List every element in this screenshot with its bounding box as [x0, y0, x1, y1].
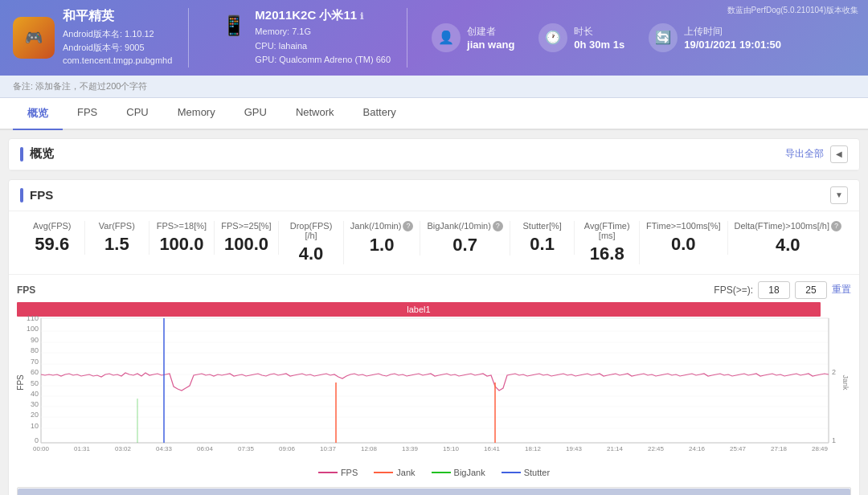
stat-avg-ftime: Avg(FTime)[ms] 16.8 [575, 221, 640, 264]
stat-fps25-label: FPS>=25[%] [221, 221, 272, 231]
upload-value: 19/01/2021 19:01:50 [684, 39, 781, 51]
svg-text:Jank: Jank [841, 374, 850, 391]
stat-avg-fps-label: Avg(FPS) [27, 221, 78, 231]
scrollbar-thumb[interactable] [18, 489, 850, 495]
svg-text:24:16: 24:16 [689, 445, 706, 452]
clock-icon: 🕐 [538, 23, 567, 52]
bigjank-help-icon[interactable]: ? [493, 221, 503, 231]
phone-icon: 📱 [221, 10, 247, 42]
tab-overview[interactable]: 概览 [13, 98, 63, 130]
export-all-button[interactable]: 导出全部 [785, 147, 824, 161]
stat-var-fps-label: Var(FPS) [92, 221, 143, 231]
svg-text:60: 60 [31, 368, 39, 376]
app-icon: 🎮 [13, 17, 55, 59]
chart-controls: FPS FPS(>=): 重置 [17, 281, 851, 299]
tab-fps[interactable]: FPS [63, 98, 112, 130]
svg-text:FPS: FPS [17, 374, 25, 391]
upload-info: 上传时间 19/01/2021 19:01:50 [684, 25, 781, 51]
stat-drop-fps: Drop(FPS)[/h] 4.0 [279, 221, 344, 264]
tab-memory[interactable]: Memory [163, 98, 230, 130]
svg-text:50: 50 [31, 379, 39, 387]
stat-jank-value: 1.0 [350, 235, 414, 256]
svg-text:18:12: 18:12 [525, 445, 542, 452]
svg-text:110: 110 [27, 314, 39, 322]
creator-info: 创建者 jian wang [467, 25, 514, 51]
info-icon: ℹ [360, 11, 363, 21]
svg-text:90: 90 [31, 336, 39, 344]
creator-section: 👤 创建者 jian wang [432, 23, 514, 52]
stat-var-fps-value: 1.5 [92, 234, 143, 255]
creator-label: 创建者 [467, 25, 514, 39]
fps-threshold-reset-button[interactable]: 重置 [832, 283, 851, 297]
fps-section: FPS ▼ Avg(FPS) 59.6 Var(FPS) 1.5 FPS>=18… [8, 179, 860, 495]
svg-text:70: 70 [31, 358, 39, 366]
svg-text:12:08: 12:08 [361, 445, 378, 452]
fps-collapse-button[interactable]: ▼ [830, 186, 848, 204]
device-name: M2011K2C 小米11 ℹ [255, 8, 391, 23]
legend-stutter-label: Stutter [524, 468, 550, 477]
legend-stutter-line [502, 472, 521, 473]
fps-section-header: FPS ▼ [9, 180, 859, 211]
fps-threshold-controls: FPS(>=): 重置 [714, 281, 851, 299]
stat-delta-ftime: Delta(FTime)>100ms[/h] ? 4.0 [728, 221, 849, 256]
header-meta: 👤 创建者 jian wang 🕐 时长 0h 30m 1s 🔄 上传时间 19… [424, 23, 855, 52]
svg-text:28:49: 28:49 [812, 445, 829, 452]
fps-chart-label: FPS [17, 284, 35, 296]
nav-tabs: 概览 FPS CPU Memory GPU Network Battery [0, 98, 868, 130]
fps-threshold-input-1[interactable] [758, 281, 790, 299]
stat-bigjank-value: 0.7 [427, 235, 502, 256]
svg-text:19:43: 19:43 [566, 445, 583, 452]
fps-title-text: FPS [30, 188, 53, 202]
svg-text:100: 100 [27, 325, 39, 333]
tab-battery[interactable]: Battery [349, 98, 411, 130]
tab-network[interactable]: Network [281, 98, 349, 130]
collapse-button[interactable]: ◀ [830, 145, 848, 163]
remark-bar: 备注: 添加备注，不超过200个字符 [0, 76, 868, 98]
stat-avg-ftime-label: Avg(FTime)[ms] [581, 221, 633, 240]
chart-scrollbar[interactable] [17, 487, 851, 495]
svg-text:21:14: 21:14 [607, 445, 624, 452]
svg-text:10: 10 [31, 422, 39, 430]
svg-text:40: 40 [31, 390, 39, 398]
stat-drop-fps-value: 4.0 [285, 243, 337, 264]
title-bar-decoration [20, 147, 23, 162]
creator-value: jian wang [467, 39, 514, 51]
svg-text:00:00: 00:00 [33, 445, 50, 452]
svg-text:30: 30 [31, 400, 39, 408]
jank-help-icon[interactable]: ? [403, 221, 413, 231]
stat-stutter: Stutter[%] 0.1 [510, 221, 575, 255]
stat-var-fps: Var(FPS) 1.5 [85, 221, 150, 255]
stat-jank-label: Jank(/10min) ? [350, 221, 414, 231]
legend-bigjank-label: BigJank [454, 468, 485, 477]
app-header: 数蓝由PerfDog(5.0.210104)版本收集 🎮 和平精英 Androi… [0, 0, 868, 76]
duration-label: 时长 [574, 25, 624, 39]
legend-bigjank: BigJank [432, 468, 485, 477]
device-info-section: 📱 M2011K2C 小米11 ℹ Memory: 7.1G CPU: laha… [205, 8, 407, 68]
delta-ftime-help-icon[interactable]: ? [831, 221, 841, 231]
duration-info: 时长 0h 30m 1s [574, 25, 624, 51]
app-name: 和平精英 [63, 8, 172, 25]
tab-cpu[interactable]: CPU [112, 98, 162, 130]
svg-text:10:37: 10:37 [320, 445, 337, 452]
stat-jank: Jank(/10min) ? 1.0 [344, 221, 421, 256]
svg-text:09:06: 09:06 [279, 445, 296, 452]
upload-time-section: 🔄 上传时间 19/01/2021 19:01:50 [649, 23, 781, 52]
fps-threshold-input-2[interactable] [795, 281, 827, 299]
overview-title: 概览 [20, 146, 54, 162]
stat-fps18-label: FPS>=18[%] [156, 221, 207, 231]
fps-chart-area: FPS FPS(>=): 重置 label1 110 [9, 275, 859, 487]
overview-section-header: 概览 导出全部 ◀ [9, 139, 859, 170]
stat-fps25-value: 100.0 [221, 234, 272, 255]
tab-gpu[interactable]: GPU [230, 98, 281, 130]
svg-text:06:04: 06:04 [197, 445, 214, 452]
svg-text:80: 80 [31, 346, 39, 354]
svg-text:22:45: 22:45 [648, 445, 665, 452]
chart-legend: FPS Jank BigJank Stutter [17, 463, 851, 481]
stat-avg-ftime-value: 16.8 [581, 243, 633, 264]
svg-text:2: 2 [832, 368, 836, 376]
app-info-section: 🎮 和平精英 Android版本名: 1.10.12 Android版本号: 9… [13, 8, 189, 68]
svg-text:0: 0 [35, 436, 39, 444]
app-android-version-code: Android版本号: 9005 [63, 41, 172, 55]
stat-ftime100: FTime>=100ms[%] 0.0 [640, 221, 728, 255]
svg-text:20: 20 [31, 411, 39, 419]
